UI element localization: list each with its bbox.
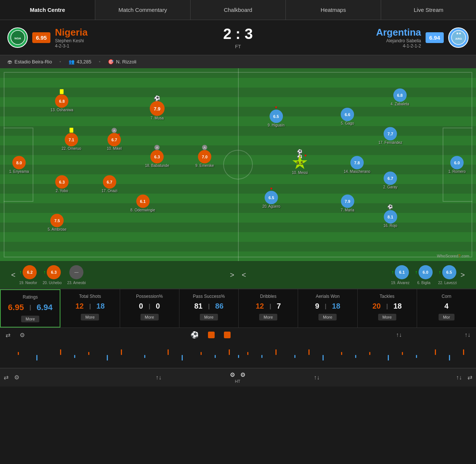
stat-corners-values: 4 (421, 302, 472, 310)
player-enyeama: 8.0 1. Enyeama (9, 156, 29, 174)
bottom-goals-icon[interactable]: ⚙ (14, 374, 19, 381)
away-formation: 4-1-2-1-2 (376, 43, 421, 49)
bottom-ball1-icon[interactable]: ⚙ (230, 372, 235, 378)
pass-more-btn[interactable]: More (200, 314, 218, 320)
player-onazi: ▼ 6.7 17. Onazi (102, 175, 118, 193)
dot1: • (59, 59, 61, 65)
stat-tackles: Tackles 20 | 18 More (358, 289, 417, 328)
nav-match-commentary[interactable]: Match Commentary (95, 0, 191, 20)
stat-corners: Corn 4 Mor (417, 289, 476, 328)
stat-shots-label: Total Shots (64, 294, 116, 299)
away-team-name: Argentina (376, 27, 421, 38)
bottom-center: ⚙ ⚙ HT (230, 371, 245, 384)
away-team-info: Argentina Alejandro Sabella 4-1-2-1-2 (376, 27, 421, 49)
sub-ameobi: — 23. Ameobi (67, 265, 86, 285)
home-shots-val: 12 (75, 302, 83, 310)
player-rojo: ⚽ 8.1 16. Rojo (383, 210, 397, 227)
player-mikel: A ▼ 6.7 10. Mikel (107, 133, 122, 150)
referee-name: N. Rizzoli (116, 59, 136, 65)
away-pass-val: 86 (215, 302, 224, 310)
player-garay: 6.7 2. Garay (383, 171, 397, 189)
subs-next-argentina[interactable]: > (457, 271, 469, 279)
filter-sort-up2-icon[interactable]: ↑↓ (465, 332, 470, 338)
stat-ratings-values: 6.95 | 6.94 (4, 303, 56, 312)
aerials-more-btn[interactable]: More (318, 314, 337, 320)
bottom-ball2-icon[interactable]: ⚙ (240, 372, 245, 378)
svg-text:NGA: NGA (14, 37, 21, 40)
sub-alvarez: ↑ 6.1 19. Álvarez (391, 265, 410, 285)
away-poss-val: 0 (156, 302, 160, 310)
stat-corners-label: Corn (421, 294, 472, 299)
home-rating-val: 6.95 (8, 303, 24, 312)
filter-goals-icon[interactable]: ⚙ (20, 332, 25, 339)
bottom-sort2-icon[interactable]: ↑↓ (314, 374, 320, 381)
home-rating-badge: 6.95 (32, 32, 50, 43)
stat-aerials-label: Aerials Won (302, 294, 353, 299)
attendance-value: 43,285 (77, 59, 92, 65)
timeline-inner (4, 348, 472, 362)
event-ball-icon[interactable]: ⚽ (191, 331, 199, 339)
bottom-sort3-icon[interactable]: ↑↓ (456, 374, 462, 381)
subs-prev-nigeria[interactable]: < (7, 271, 19, 279)
away-shots-val: 18 (96, 302, 105, 310)
home-team-info: Nigeria Stephen Keshi 4-2-3-1 (55, 27, 87, 49)
match-score: 2 : 3 (201, 26, 275, 42)
stats-bar: Ratings 6.95 | 6.94 More Total Shots 12 … (0, 289, 476, 328)
ratings-more-btn[interactable]: More (21, 316, 39, 322)
player-odemwingie: 6.1 8. Odemwingie (130, 195, 155, 212)
nigeria-subs: ↑ 6.2 19. Nwofor ↑ 6.3 20. Uchebo — 23. … (19, 265, 227, 285)
argentina-subs: ↑ 6.1 19. Álvarez ↑ 6.0 6. Biglia ↑ 6.5 … (250, 265, 457, 285)
bottom-nav: ⇄ ⚙ ↑↓ ⚙ ⚙ HT ↑↓ ↑↓ ⇄ (0, 368, 476, 386)
nav-heatmaps[interactable]: Heatmaps (286, 0, 381, 20)
match-header: NGA 6.95 Nigeria Stephen Keshi 4-2-3-1 2… (0, 20, 476, 55)
stat-possession: Possession% 0 | 0 More (120, 289, 179, 328)
shots-more-btn[interactable]: More (81, 314, 99, 320)
timeline-bar (0, 342, 476, 368)
match-info-bar: 🏟 Estadio Beira-Rio • 👥 43,285 • 🎯 N. Ri… (0, 55, 476, 68)
away-manager: Alejandro Sabella (376, 38, 421, 43)
player-aguero: ▼ 6.5 20. Agüero (262, 191, 280, 208)
svg-text:ARG: ARG (455, 37, 462, 40)
stat-pass-values: 81 | 86 (183, 302, 235, 310)
player-zabaleta: 6.8 4. Zabaleta (391, 89, 409, 106)
dribbles-more-btn[interactable]: More (259, 314, 277, 320)
home-team-name: Nigeria (55, 27, 87, 38)
stat-pass-success: Pass Success% 81 | 86 More (179, 289, 239, 328)
argentina-badge: ★★ARG (448, 27, 469, 48)
sub-biglia: ↑ 6.0 6. Biglia (415, 265, 433, 285)
corners-more-btn[interactable]: Mor (439, 314, 454, 320)
bottom-swap-icon[interactable]: ⇄ (467, 374, 472, 381)
stat-ratings-label: Ratings (4, 294, 56, 300)
stat-dribbles-values: 12 | 7 (242, 302, 294, 310)
away-aerials-val: 18 (332, 302, 340, 310)
stadium-icon: 🏟 (7, 59, 12, 65)
poss-more-btn[interactable]: More (141, 314, 159, 320)
away-team: Argentina Alejandro Sabella 4-1-2-1-2 6.… (279, 27, 469, 49)
filter-substitutions-icon[interactable]: ⇄ (6, 332, 10, 339)
score-center: 2 : 3 FT (201, 26, 275, 49)
referee-info: 🎯 N. Rizzoli (108, 59, 136, 65)
sub-nwofor: ↑ 6.2 19. Nwofor (19, 265, 37, 285)
player-ambrose: 7.5 5. Ambrose (48, 214, 67, 231)
home-poss-val: 0 (139, 302, 143, 310)
player-messi: ⚽⚽ ▼ 9.5 10. Messi (292, 155, 308, 175)
nav-chalkboard[interactable]: Chalkboard (191, 0, 286, 20)
field-container: 8.0 1. Enyeama 6.8 13. Oshaniwa 7.1 22. … (0, 68, 476, 261)
player-emenike: A 7.0 9. Emenike (195, 150, 214, 168)
subs-bar: < ↑ 6.2 19. Nwofor ↑ 6.3 20. Uchebo — 23… (0, 261, 476, 289)
event-card-orange2 (224, 332, 231, 338)
subs-prev-argentina[interactable]: < (238, 271, 250, 279)
bottom-substitutions-icon[interactable]: ⇄ (4, 374, 9, 381)
nav-match-centre[interactable]: Match Centre (0, 0, 95, 20)
home-manager: Stephen Keshi (55, 38, 87, 43)
filter-sort-up-icon[interactable]: ↑↓ (396, 332, 402, 338)
home-aerials-val: 9 (315, 302, 319, 310)
nav-live-stream[interactable]: Live Stream (381, 0, 476, 20)
tackles-more-btn[interactable]: More (378, 314, 396, 320)
bottom-sort1-icon[interactable]: ↑↓ (156, 374, 162, 381)
main-nav: Match Centre Match Commentary Chalkboard… (0, 0, 476, 20)
player-fernandez: 7.7 17. Fernández (379, 127, 403, 145)
subs-next-nigeria[interactable]: > (226, 271, 238, 279)
stat-aerials-values: 9 | 18 (302, 302, 353, 310)
stadium-info: 🏟 Estadio Beira-Rio (7, 59, 52, 65)
